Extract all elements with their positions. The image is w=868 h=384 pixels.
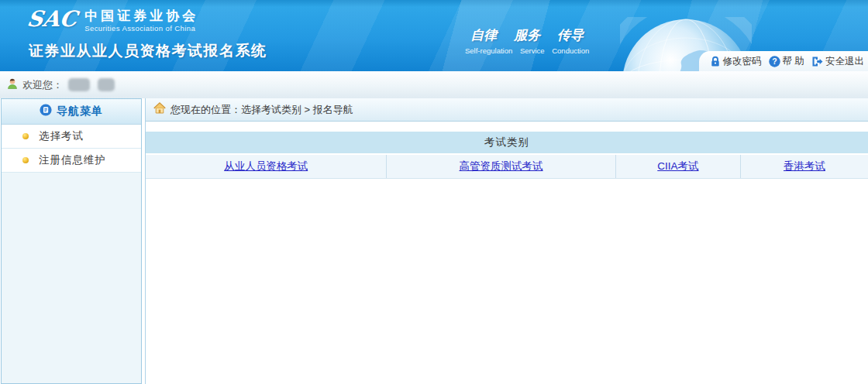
sidebar: 导航菜单 选择考试 注册信息维护: [1, 98, 142, 384]
system-title: 证券业从业人员资格考试报名系统: [29, 41, 267, 61]
breadcrumb-text: 您现在的位置：选择考试类别 > 报名导航: [170, 103, 353, 117]
change-password-label: 修改密码: [723, 55, 762, 68]
logout-label: 安全退出: [825, 55, 864, 68]
exam-link-practitioner[interactable]: 从业人员资格考试: [224, 159, 308, 173]
welcome-bar: 欢迎您：: [0, 71, 868, 98]
change-password-link[interactable]: 修改密码: [710, 55, 762, 68]
sidebar-item-registration-info[interactable]: 注册信息维护: [2, 149, 141, 173]
sidebar-title: 导航菜单: [57, 105, 103, 118]
table-header-label: 考试类别: [484, 135, 529, 149]
table-cell: 高管资质测试考试: [386, 155, 615, 178]
app-header: SAC 中国证券业协会 Securities Association of Ch…: [0, 0, 868, 71]
welcome-label: 欢迎您：: [22, 78, 63, 92]
help-icon: ?: [769, 56, 780, 67]
motto-cn: 自律 服务 传导: [465, 26, 589, 44]
nav-menu-icon: [40, 104, 52, 119]
table-cell: 从业人员资格考试: [146, 155, 386, 178]
breadcrumb: 您现在的位置：选择考试类别 > 报名导航: [146, 98, 868, 122]
redacted-username: [68, 78, 90, 91]
main-panel: 您现在的位置：选择考试类别 > 报名导航 考试类别 从业人员资格考试 高管资质测…: [145, 98, 868, 384]
exam-link-executive[interactable]: 高管资质测试考试: [460, 159, 543, 173]
logout-link[interactable]: 安全退出: [811, 55, 864, 68]
exam-link-hongkong[interactable]: 香港考试: [784, 159, 825, 173]
help-link[interactable]: ? 帮 助: [769, 55, 804, 68]
lock-icon: [710, 56, 721, 67]
exam-link-ciia[interactable]: CIIA考试: [657, 159, 698, 173]
svg-text:?: ?: [772, 57, 777, 66]
sidebar-header: 导航菜单: [2, 99, 141, 125]
org-name-cn: 中国证券业协会: [84, 9, 198, 23]
brand-logo: SAC 中国证券业协会 Securities Association of Ch…: [27, 9, 198, 33]
table-links-row: 从业人员资格考试 高管资质测试考试 CIIA考试 香港考试: [146, 155, 868, 179]
bullet-icon: [22, 133, 29, 139]
content-area: 导航菜单 选择考试 注册信息维护 您现在的位置：选择考试类别 > 报名导航: [0, 98, 868, 384]
bullet-icon: [22, 157, 29, 163]
table-cell: CIIA考试: [615, 155, 740, 178]
home-icon: [153, 102, 166, 117]
logout-icon: [811, 56, 823, 67]
sidebar-item-select-exam[interactable]: 选择考试: [2, 125, 141, 149]
org-name-en: Securities Association of China: [84, 24, 198, 33]
redacted-username: [98, 78, 115, 91]
table-cell: 香港考试: [740, 155, 868, 178]
sidebar-item-label: 选择考试: [39, 129, 84, 143]
motto-block: 自律 服务 传导 Self-regulation Service Conduct…: [465, 26, 589, 55]
help-label: 帮 助: [783, 55, 804, 68]
avatar-icon: [6, 77, 19, 93]
table-header-row: 考试类别: [146, 132, 868, 153]
sac-logo-text: SAC: [26, 9, 78, 30]
header-toolbar: 修改密码 ? 帮 助 安全退出: [699, 51, 868, 71]
sidebar-item-label: 注册信息维护: [39, 153, 106, 167]
motto-en: Self-regulation Service Conduction: [465, 46, 589, 55]
exam-category-table: 考试类别 从业人员资格考试 高管资质测试考试 CIIA考试 香港考试: [146, 132, 868, 179]
